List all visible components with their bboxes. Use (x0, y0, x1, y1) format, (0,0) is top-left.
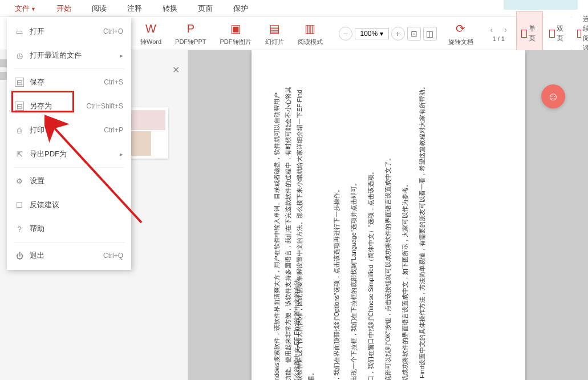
tab-file[interactable]: 文件▼ (5, 0, 46, 17)
single-page-button[interactable]: 单页 (516, 11, 543, 56)
menu-open[interactable]: ▭ 打开 Ctrl+O (7, 19, 131, 43)
rotate-button[interactable]: ⟳ 旋转文档 (441, 19, 480, 48)
exit-icon: ⏻ (15, 251, 24, 260)
chevron-right-icon: ▸ (120, 151, 123, 158)
slideshow-icon: ▤ (266, 21, 282, 37)
open-icon: ▭ (15, 27, 24, 36)
export-icon: ⇱ (15, 149, 24, 159)
promo-banner (504, 0, 578, 10)
ppt-icon: P (183, 21, 198, 37)
slideshow-button[interactable]: ▤ 幻灯片 (258, 19, 291, 48)
tab-convert[interactable]: 转换 (152, 0, 188, 17)
next-page-button[interactable]: › (504, 25, 507, 34)
help-icon: ? (15, 224, 24, 233)
chevron-right-icon: ▸ (120, 52, 123, 59)
menu-settings[interactable]: ⚙ 设置 (7, 169, 131, 193)
zoom-out-button[interactable]: − (339, 27, 352, 41)
continuous-button[interactable]: 连续阅读 (572, 11, 588, 56)
to-ppt-button[interactable]: P PDF转PPT (168, 19, 213, 48)
word-icon: W (143, 21, 159, 37)
fit-width-button[interactable]: ⊡ (407, 27, 421, 41)
rotate-icon: ⟳ (453, 21, 469, 37)
fit-page-button[interactable]: ◫ (423, 27, 437, 41)
smile-icon: ☺ (548, 90, 559, 103)
menu-save[interactable]: ⊟ 保存 Ctrl+S (7, 70, 131, 94)
zoom-in-button[interactable]: + (391, 27, 405, 41)
book-icon: ▥ (302, 21, 318, 37)
to-image-button[interactable]: ▣ PDF转图片 (213, 19, 258, 48)
save-as-icon: ⊟ (15, 102, 24, 111)
menu-feedback[interactable]: ☐ 反馈建议 (7, 193, 131, 217)
gear-icon: ⚙ (15, 176, 24, 185)
save-icon: ⊟ (15, 78, 24, 87)
page-nav-group: ‹ › 1 / 1 (485, 25, 513, 42)
file-dropdown-menu: ▭ 打开 Ctrl+O ◷ 打开最近的文件 ▸ ⊟ 保存 Ctrl+S ⊟ 另存… (7, 17, 131, 270)
document-viewport[interactable]: EF Find怎么设置中文-EF Find设置中文的方法 强大的Windows搜… (188, 50, 588, 380)
double-icon (549, 30, 555, 38)
view-mode-group: 单页 双页 连续阅读 (513, 11, 588, 56)
menu-exit[interactable]: ⏻ 退出 Ctrl+Q (7, 244, 131, 268)
feedback-floating-button[interactable]: ☺ (541, 84, 565, 108)
page-number: 1 / 1 (492, 35, 504, 42)
prev-page-button[interactable]: ‹ (490, 25, 493, 34)
menu-help[interactable]: ? 帮助 (7, 217, 131, 241)
single-icon (521, 30, 527, 38)
tab-annotate[interactable]: 注释 (117, 0, 152, 17)
double-page-button[interactable]: 双页 (544, 11, 571, 56)
to-word-button[interactable]: W 转Word (133, 19, 168, 48)
tab-protect[interactable]: 保护 (223, 0, 258, 17)
close-icon[interactable]: ✕ (172, 64, 180, 75)
continuous-icon (577, 30, 581, 38)
tab-page[interactable]: 页面 (188, 0, 223, 17)
clock-icon: ◷ (15, 51, 24, 60)
menu-save-as[interactable]: ⊟ 另存为 Ctrl+Shift+S (7, 94, 131, 118)
menu-print[interactable]: ⎙ 打印 Ctrl+P (7, 118, 131, 142)
image-icon: ▣ (228, 21, 244, 37)
page-canvas: EF Find怎么设置中文-EF Find设置中文的方法 强大的Windows搜… (252, 50, 525, 380)
tab-read[interactable]: 阅读 (82, 0, 117, 17)
menu-tabs: 文件▼ 开始 阅读 注释 转换 页面 保护 (0, 0, 588, 17)
menu-recent[interactable]: ◷ 打开最近的文件 ▸ (7, 43, 131, 67)
zoom-value[interactable]: 100% ▾ (355, 28, 389, 39)
menu-export-pdf[interactable]: ⇱ 导出PDF为 ▸ (7, 142, 131, 166)
tab-start[interactable]: 开始 (46, 0, 82, 17)
print-icon: ⎙ (15, 126, 24, 135)
zoom-group: − 100% ▾ + ⊡ ◫ (334, 27, 441, 41)
chevron-down-icon: ▼ (31, 6, 36, 12)
feedback-icon: ☐ (15, 200, 24, 209)
read-mode-button[interactable]: ▥ 阅读模式 (291, 19, 330, 48)
page-thumbnail[interactable] (128, 107, 168, 159)
